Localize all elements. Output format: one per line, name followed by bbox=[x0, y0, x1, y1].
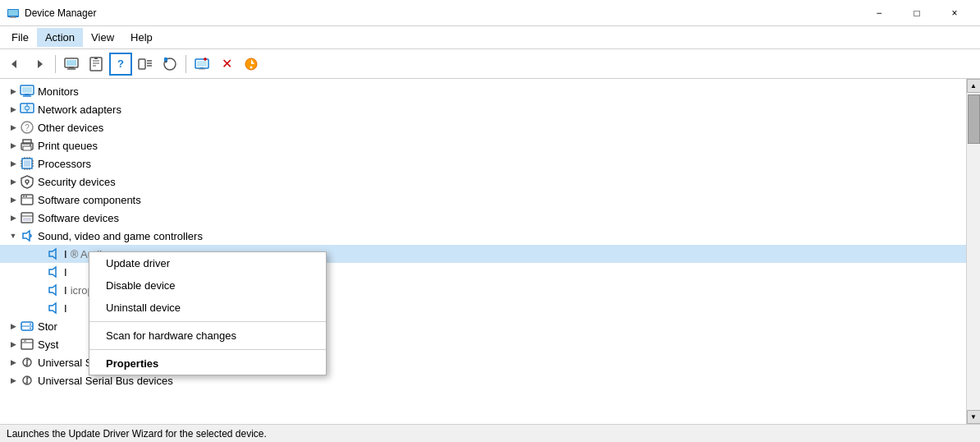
label-usb-dev: Universal Serial Bus devices bbox=[38, 375, 173, 387]
icon-software-comp bbox=[20, 192, 34, 207]
add-device-button[interactable] bbox=[190, 53, 213, 76]
forward-button[interactable] bbox=[28, 53, 51, 76]
svg-rect-24 bbox=[200, 67, 204, 69]
menu-file[interactable]: File bbox=[3, 28, 37, 47]
svg-rect-25 bbox=[199, 68, 205, 69]
minimize-button[interactable]: − bbox=[860, 0, 898, 26]
svg-rect-7 bbox=[66, 60, 76, 66]
arrow-processors: ▶ bbox=[7, 157, 20, 170]
tree-item-software-comp[interactable]: ▶ Software components bbox=[0, 191, 966, 209]
context-sep-1 bbox=[89, 321, 326, 322]
svg-text:?: ? bbox=[25, 123, 30, 132]
tree-item-software-dev[interactable]: ▶ Software devices bbox=[0, 209, 966, 227]
svg-point-76 bbox=[30, 324, 31, 325]
label-other: Other devices bbox=[38, 122, 103, 134]
icon-sound-sub2 bbox=[46, 265, 61, 279]
arrow-other: ▶ bbox=[7, 121, 20, 134]
toolbar-sep-1 bbox=[55, 55, 56, 73]
icon-monitors bbox=[20, 84, 34, 99]
scan-button[interactable] bbox=[158, 53, 181, 76]
help-button[interactable]: ? bbox=[109, 53, 132, 76]
icon-system bbox=[20, 337, 34, 352]
svg-rect-23 bbox=[197, 61, 207, 67]
svg-rect-43 bbox=[23, 140, 31, 144]
label-security: Security devices bbox=[38, 176, 116, 188]
arrow-software-dev: ▶ bbox=[7, 211, 20, 224]
arrow-usb-dev: ▶ bbox=[7, 374, 20, 387]
tree-item-security[interactable]: ▶ Security devices bbox=[0, 173, 966, 191]
tree-item-print[interactable]: ▶ Print queues bbox=[0, 136, 966, 154]
icon-usb-ctrl bbox=[20, 355, 34, 370]
toolbar-sep-2 bbox=[185, 55, 186, 73]
properties-button[interactable] bbox=[85, 53, 108, 76]
icon-print bbox=[20, 138, 34, 153]
svg-rect-68 bbox=[23, 218, 31, 221]
arrow-software-comp: ▶ bbox=[7, 193, 20, 206]
menu-view[interactable]: View bbox=[83, 28, 122, 47]
icon-storage bbox=[20, 319, 34, 334]
tree-item-processors[interactable]: ▶ Processors bbox=[0, 154, 966, 173]
scrollbar-thumb[interactable] bbox=[968, 94, 980, 144]
svg-marker-72 bbox=[49, 285, 56, 295]
uninstall-button[interactable]: ✕ bbox=[215, 53, 238, 76]
app-title: Device Manager bbox=[25, 7, 96, 19]
svg-marker-71 bbox=[49, 267, 56, 277]
svg-rect-1 bbox=[8, 10, 18, 16]
arrow-sub2 bbox=[33, 265, 46, 279]
title-bar: Device Manager − □ × bbox=[0, 0, 980, 26]
arrow-sound: ▼ bbox=[7, 229, 20, 242]
label-sound-sub2: I bbox=[64, 266, 67, 279]
menu-action[interactable]: Action bbox=[37, 28, 83, 47]
device-manager-button[interactable] bbox=[60, 53, 83, 76]
device-manager-view-button[interactable] bbox=[134, 53, 157, 76]
svg-point-64 bbox=[23, 196, 25, 197]
tree-item-network[interactable]: ▶ Network adapters bbox=[0, 100, 966, 118]
label-network: Network adapters bbox=[38, 104, 121, 116]
tree-item-other[interactable]: ▶ ? Other devices bbox=[0, 118, 966, 136]
menu-help[interactable]: Help bbox=[122, 28, 161, 47]
maximize-button[interactable]: □ bbox=[898, 0, 936, 26]
context-update-driver[interactable]: Update driver bbox=[89, 252, 326, 274]
svg-marker-70 bbox=[49, 249, 56, 259]
label-sound-sub3: I bbox=[64, 284, 67, 297]
icon-sound-sub3 bbox=[46, 283, 61, 297]
main-content: ▶ Monitors ▶ Network adapters ▶ ? Other … bbox=[0, 79, 980, 424]
arrow-security: ▶ bbox=[7, 175, 20, 188]
icon-processors bbox=[20, 156, 34, 171]
svg-point-60 bbox=[25, 180, 29, 183]
context-scan-changes[interactable]: Scan for hardware changes bbox=[89, 325, 326, 347]
arrow-usb-ctrl: ▶ bbox=[7, 356, 20, 369]
icon-other: ? bbox=[20, 120, 34, 135]
label-sound: Sound, video and game controllers bbox=[38, 230, 203, 242]
label-sound-sub4: I bbox=[64, 302, 67, 315]
icon-usb-dev bbox=[20, 373, 34, 388]
icon-security bbox=[20, 174, 34, 189]
scrollbar-up[interactable]: ▲ bbox=[967, 79, 981, 93]
scrollbar-down[interactable]: ▼ bbox=[967, 410, 981, 424]
svg-marker-73 bbox=[49, 303, 56, 313]
arrow-storage: ▶ bbox=[7, 320, 20, 333]
arrow-sub4 bbox=[33, 302, 46, 315]
svg-rect-32 bbox=[22, 87, 32, 93]
svg-rect-14 bbox=[94, 58, 98, 59]
label-software-dev: Software devices bbox=[38, 212, 119, 224]
app-icon bbox=[7, 7, 20, 20]
context-disable-device[interactable]: Disable device bbox=[89, 274, 326, 297]
tree-item-sound[interactable]: ▼ Sound, video and game controllers bbox=[0, 227, 966, 245]
icon-software-dev bbox=[20, 210, 34, 225]
svg-rect-78 bbox=[21, 339, 33, 349]
svg-rect-10 bbox=[90, 58, 102, 71]
back-button[interactable] bbox=[3, 53, 26, 76]
label-monitors: Monitors bbox=[38, 85, 79, 98]
context-uninstall-device[interactable]: Uninstall device bbox=[89, 297, 326, 319]
close-button[interactable]: × bbox=[936, 0, 973, 26]
context-properties[interactable]: Properties bbox=[89, 352, 326, 375]
tree-item-monitors[interactable]: ▶ Monitors bbox=[0, 82, 966, 100]
icon-sound bbox=[20, 228, 34, 243]
svg-rect-44 bbox=[23, 146, 31, 150]
arrow-sub3 bbox=[33, 283, 46, 297]
svg-point-30 bbox=[250, 66, 253, 68]
update-driver-button[interactable] bbox=[240, 53, 263, 76]
scrollbar[interactable]: ▲ ▼ bbox=[966, 79, 980, 424]
context-menu: Update driver Disable device Uninstall d… bbox=[89, 251, 327, 375]
